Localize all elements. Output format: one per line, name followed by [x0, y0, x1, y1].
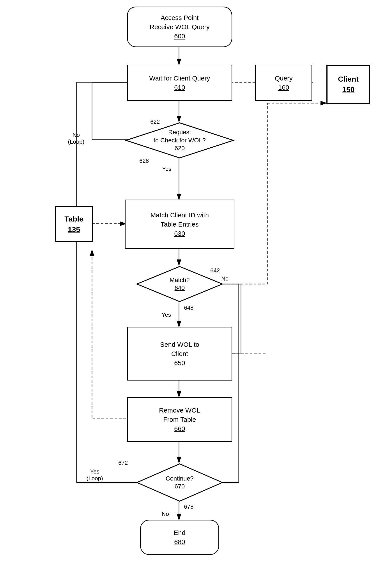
send-wol-shape: Send WOL to Client 650 — [127, 327, 232, 380]
label-648: 648 — [184, 304, 193, 311]
query-label: Query 160 — [275, 74, 293, 92]
continue-diamond-shape: Continue? 670 — [136, 463, 223, 502]
wait-query-label: Wait for Client Query 610 — [149, 74, 210, 92]
label-no-642: No — [221, 275, 229, 282]
client-shape: Client 150 — [327, 65, 370, 104]
end-label: End 680 — [174, 528, 185, 546]
end-shape: End 680 — [140, 520, 219, 555]
remove-wol-label: Remove WOL From Table 660 — [159, 406, 200, 433]
continue-label: Continue? 670 — [166, 475, 194, 491]
wait-query-shape: Wait for Client Query 610 — [127, 65, 232, 101]
label-642: 642 — [210, 267, 220, 274]
start-label: Access Point Receive WOL Query 600 — [150, 13, 210, 41]
label-622: 622 — [150, 118, 160, 125]
label-628: 628 — [139, 157, 149, 164]
check-wol-shape: Request to Check for WOL? 620 — [125, 122, 234, 159]
check-wol-label: Request to Check for WOL? 620 — [154, 128, 206, 152]
label-yes-628: Yes — [162, 166, 171, 172]
query-shape: Query 160 — [255, 65, 312, 101]
start-shape: Access Point Receive WOL Query 600 — [127, 7, 232, 47]
diagram: Access Point Receive WOL Query 600 Wait … — [0, 0, 386, 588]
label-672: 672 — [118, 460, 128, 466]
check-wol-diamond: Request to Check for WOL? 620 — [125, 122, 234, 159]
label-yes-648: Yes — [162, 312, 171, 318]
label-678: 678 — [184, 503, 193, 510]
label-yes-loop: Yes(Loop) — [87, 468, 103, 482]
label-no-678: No — [162, 511, 169, 517]
continue-diamond: Continue? 670 — [136, 463, 223, 502]
match-client-label: Match Client ID with Table Entries 630 — [151, 210, 209, 238]
client-label: Client 150 — [338, 74, 359, 95]
send-wol-label: Send WOL to Client 650 — [160, 340, 199, 368]
table-shape: Table 135 — [55, 206, 93, 242]
label-no-loop: No(Loop) — [68, 132, 84, 145]
remove-wol-shape: Remove WOL From Table 660 — [127, 397, 232, 442]
match-client-shape: Match Client ID with Table Entries 630 — [125, 200, 234, 249]
table-label: Table 135 — [64, 214, 83, 235]
match-label: Match? 640 — [170, 276, 190, 292]
